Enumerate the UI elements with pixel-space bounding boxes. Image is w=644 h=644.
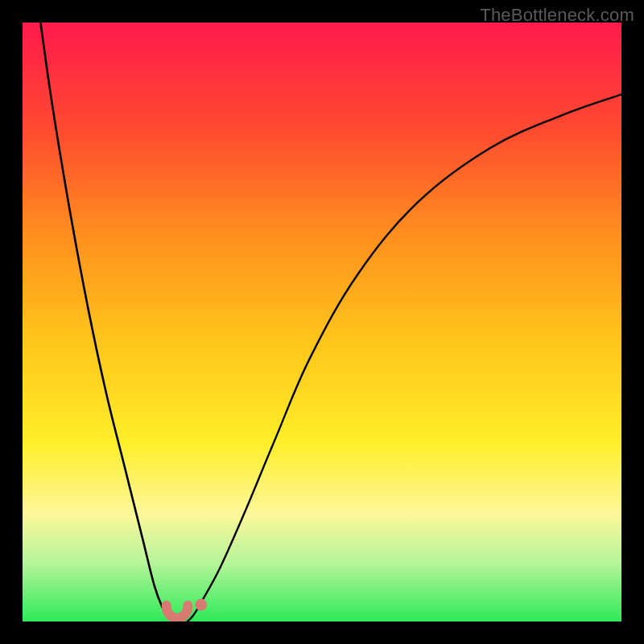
curves-layer xyxy=(23,23,621,621)
marker-u-shape xyxy=(167,605,188,618)
plot-area xyxy=(23,23,621,621)
watermark-text: TheBottleneck.com xyxy=(480,5,634,26)
curve-right-arm xyxy=(188,94,621,621)
curve-left-arm xyxy=(40,23,175,621)
chart-frame: TheBottleneck.com xyxy=(0,0,644,644)
marker-dot xyxy=(195,599,207,611)
